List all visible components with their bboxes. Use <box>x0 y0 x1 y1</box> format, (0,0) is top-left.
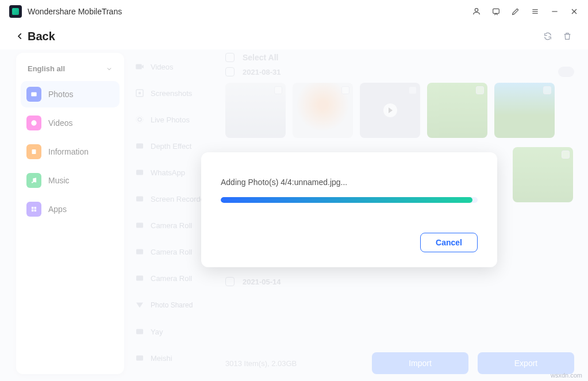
svg-rect-13 <box>32 207 34 209</box>
footer-stats: 3013 Item(s), 2.03GB <box>225 359 297 368</box>
sidebar-item-label: Information <box>48 147 89 156</box>
svg-point-0 <box>475 9 478 11</box>
music-icon <box>26 173 41 188</box>
list-header: Select All <box>222 53 578 62</box>
info-icon <box>26 144 41 159</box>
svg-rect-14 <box>34 207 37 209</box>
svg-point-20 <box>138 118 141 121</box>
sidebar-item-videos[interactable]: Videos <box>21 110 120 136</box>
svg-rect-27 <box>136 276 143 281</box>
sidebar-item-information[interactable]: Information <box>21 138 120 165</box>
close-icon[interactable] <box>570 7 579 16</box>
svg-rect-24 <box>136 197 143 202</box>
svg-rect-10 <box>32 149 36 154</box>
refresh-icon[interactable] <box>543 32 552 41</box>
svg-point-19 <box>139 92 141 95</box>
progress-track <box>221 197 478 203</box>
svg-rect-1 <box>493 9 499 13</box>
album-meishi[interactable]: Meishi <box>134 350 222 366</box>
date-group-2: 2021-05-14 <box>222 272 578 288</box>
sidebar-item-label: Photos <box>48 90 74 99</box>
import-button[interactable]: Import <box>372 352 468 374</box>
album-livephotos[interactable]: Live Photos <box>134 111 222 128</box>
svg-point-21 <box>136 116 143 123</box>
svg-rect-17 <box>136 64 142 70</box>
album-yay[interactable]: Yay <box>134 324 222 340</box>
back-button[interactable]: Back <box>16 30 55 43</box>
svg-rect-22 <box>136 144 143 149</box>
sidebar-item-label: Videos <box>48 118 73 128</box>
svg-rect-8 <box>31 93 36 97</box>
titlebar: Wondershare MobileTrans <box>0 0 588 23</box>
svg-rect-15 <box>32 210 34 212</box>
date-group-1: 2021-08-31 <box>222 62 578 79</box>
svg-rect-30 <box>136 356 143 361</box>
thumb-checkbox[interactable] <box>409 86 417 94</box>
watermark: wsxdn.com <box>551 372 582 379</box>
album-cameraroll-3[interactable]: Camera Roll <box>134 270 222 286</box>
group-checkbox[interactable] <box>225 67 235 76</box>
sidebar-categories: English all Photos Videos Information Mu… <box>16 53 124 374</box>
language-selector[interactable]: English all <box>21 59 120 79</box>
edit-icon[interactable] <box>511 7 520 16</box>
photo-thumb[interactable] <box>427 83 487 138</box>
album-videos[interactable]: Videos <box>134 59 222 75</box>
svg-marker-28 <box>136 303 143 308</box>
group-date: 2021-08-31 <box>243 68 281 76</box>
app-title: Wondershare MobileTrans <box>28 7 122 16</box>
svg-rect-16 <box>34 210 37 212</box>
svg-rect-26 <box>136 249 143 255</box>
svg-rect-29 <box>136 329 143 334</box>
sidebar-item-photos[interactable]: Photos <box>21 81 120 107</box>
play-icon <box>383 103 397 117</box>
progress-fill <box>221 197 472 203</box>
photo-thumb[interactable] <box>513 147 573 202</box>
photos-icon <box>26 87 41 102</box>
sidebar-item-apps[interactable]: Apps <box>21 196 120 222</box>
user-icon[interactable] <box>472 7 481 16</box>
thumb-checkbox[interactable] <box>274 86 282 94</box>
nav-row: Back <box>0 23 588 49</box>
thumb-grid-1 <box>222 79 578 144</box>
thumb-checkbox[interactable] <box>562 151 570 159</box>
progress-modal: Adding Photo(s) 4/4:unnamed.jpg... Cance… <box>201 152 497 267</box>
svg-point-11 <box>32 182 33 183</box>
app-logo <box>9 5 22 18</box>
select-all-checkbox[interactable] <box>225 53 235 62</box>
feedback-icon[interactable] <box>491 7 501 16</box>
select-all-label: Select All <box>243 53 279 62</box>
count-badge <box>558 67 574 77</box>
language-label: English all <box>28 64 65 73</box>
svg-point-12 <box>35 181 36 182</box>
footer-row: 3013 Item(s), 2.03GB Import Export <box>222 348 578 374</box>
trash-icon[interactable] <box>563 32 572 41</box>
progress-text: Adding Photo(s) 4/4:unnamed.jpg... <box>221 178 478 187</box>
apps-icon <box>26 202 41 217</box>
album-screenshots[interactable]: Screenshots <box>134 85 222 101</box>
videos-icon <box>26 116 41 130</box>
group-date: 2021-05-14 <box>243 278 281 286</box>
back-label: Back <box>28 30 55 43</box>
album-section-shared[interactable]: Photo Shared <box>134 297 222 313</box>
sidebar-item-label: Apps <box>48 205 67 214</box>
svg-rect-23 <box>136 170 143 175</box>
menu-icon[interactable] <box>531 7 540 16</box>
chevron-down-icon <box>106 66 113 72</box>
export-button[interactable]: Export <box>478 352 574 374</box>
photo-thumb[interactable] <box>360 83 420 138</box>
photo-thumb[interactable] <box>494 83 555 138</box>
thumb-checkbox[interactable] <box>476 86 484 94</box>
thumb-checkbox[interactable] <box>341 86 349 94</box>
photo-thumb[interactable] <box>293 83 353 138</box>
sidebar-item-label: Music <box>48 176 70 185</box>
cancel-button[interactable]: Cancel <box>420 233 478 252</box>
svg-rect-25 <box>136 223 143 228</box>
thumb-checkbox[interactable] <box>543 86 551 94</box>
minimize-icon[interactable] <box>550 7 559 16</box>
sidebar-item-music[interactable]: Music <box>21 167 120 194</box>
group-checkbox[interactable] <box>225 277 235 286</box>
svg-point-9 <box>31 120 36 125</box>
album-deptheffect[interactable]: Depth Effect <box>134 138 222 154</box>
photo-thumb[interactable] <box>225 83 286 138</box>
